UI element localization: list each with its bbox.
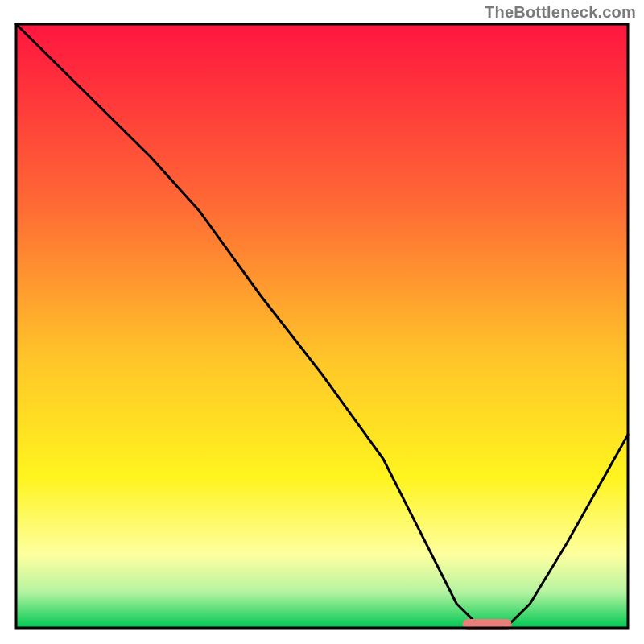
bottleneck-chart: [0, 0, 644, 644]
watermark-text: TheBottleneck.com: [485, 3, 636, 22]
